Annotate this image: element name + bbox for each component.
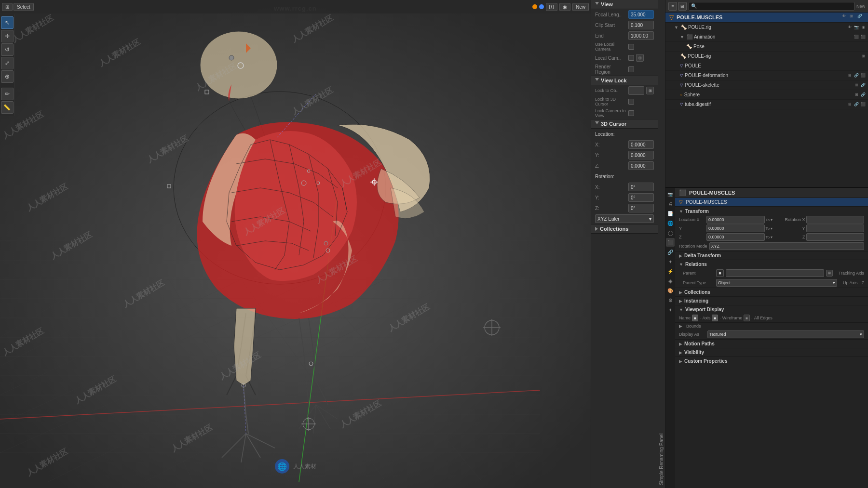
cursor-y-value[interactable]: 0.0000 [628,151,654,159]
tube-icon1[interactable]: ⊞ [847,102,853,107]
motion-paths-header[interactable]: ▶ Motion Paths [675,339,868,348]
props-icon-render[interactable]: 📷 [666,190,675,198]
props-icon-shader[interactable]: ✦ [666,305,675,314]
use-local-camera-checkbox[interactable] [628,44,634,50]
rotation-y-value[interactable] [806,224,865,232]
props-icon-material[interactable]: 🎨 [666,286,675,295]
skelette-icon1[interactable]: ⊞ [854,82,859,88]
viewport-shading2-btn[interactable]: New [572,3,589,11]
vd-axis-toggle[interactable]: ■ [712,315,718,321]
cursor-rz-value[interactable]: 0° [628,204,654,212]
location-x-value[interactable]: 0.00000 [706,216,765,224]
rotate-tool[interactable]: ↺ [1,43,14,56]
skelette-icon2[interactable]: 🔗 [860,82,866,88]
outliner-item-tube[interactable]: ▽ tube.digestif ⊞ 🔗 ⬛ [665,100,868,109]
cursor-ry-value[interactable]: 0° [628,193,654,202]
cursor-x-value[interactable]: 0.0000 [628,140,654,149]
rename-panel-tab[interactable]: Simple Renaming Panel [658,0,665,488]
rotation-x-value[interactable] [806,216,865,224]
deformation-icon1[interactable]: ⊞ [847,73,853,79]
outliner-item-animation[interactable]: ▼ ⬛ Animation ⬛ ⬛ [665,32,868,42]
outliner-item-poule-rig[interactable]: ▼ 🦴 POULE.rig 👁 📷 ◉ [665,23,868,32]
location-z-value[interactable]: 0.00000 [706,233,765,241]
lock-to-obj-picker[interactable]: ⊞ [646,87,654,94]
lock-to-obj-input[interactable] [628,86,644,95]
parent-picker[interactable]: ⊞ [826,270,833,277]
instancing-header[interactable]: ▶ Instancing [675,296,868,305]
props-icon-world[interactable]: ◯ [666,228,675,237]
view-section-header[interactable]: View [591,0,658,9]
cursor-3d-section-header[interactable]: 3D Cursor [591,119,658,129]
delta-transform-header[interactable]: ▶ Delta Transform [675,251,868,260]
object-filter-icon[interactable]: ⊞ [850,14,856,21]
props-icon-scene[interactable]: 🌐 [666,219,675,227]
display-as-value[interactable]: Textured ▾ [707,330,864,338]
move-tool[interactable]: ✛ [1,30,14,42]
poule-rig-render-icon[interactable]: ◉ [860,25,866,30]
props-icon-object[interactable]: ⬛ [666,238,675,247]
clip-start-value[interactable]: 0.100 [628,21,654,29]
local-cam-checkbox[interactable] [628,55,634,61]
rotation-z-value[interactable] [806,233,865,241]
parent-input[interactable] [726,269,824,277]
euler-dropdown[interactable]: XYZ Euler ▾ [595,214,654,223]
relations-header[interactable]: ▼ Relations [675,260,868,268]
cursor-tool[interactable]: ↖ [1,16,14,29]
outliner-item-sphere[interactable]: ○ Sphere ⊞ 🔗 [665,90,868,100]
viewport-3d[interactable]: 人人素材社区 人人素材社区 人人素材社区 人人素材社区 人人素材社区 人人素材社… [0,0,591,488]
props-icon-particles[interactable]: ✦ [666,257,675,266]
poule-rig-eye-icon[interactable]: 👁 [847,25,853,30]
collections-props-header[interactable]: ▶ Collections [675,288,868,296]
outliner-filter-btn[interactable]: ⊞ [678,2,687,11]
lock-3d-cursor-checkbox[interactable] [628,99,634,105]
visibility-header[interactable]: ▶ Visibility [675,348,868,356]
props-icon-output[interactable]: 🖨 [666,199,675,208]
parent-type-value[interactable]: Object ▾ [716,279,837,287]
viewport-shading-btn[interactable]: ◉ [559,3,570,11]
props-icon-data[interactable]: ◉ [666,277,675,285]
focal-length-value[interactable]: 35.000 [628,10,654,19]
location-y-value[interactable]: 0.00000 [706,224,765,232]
measure-tool[interactable]: 📏 [1,101,14,114]
props-icon-constraints[interactable]: 🔗 [666,248,675,256]
parent-color-swatch[interactable]: ■ [716,269,724,277]
vd-name-toggle[interactable]: ■ [692,315,698,321]
scale-tool[interactable]: ⤢ [1,57,14,69]
props-icon-modifier[interactable]: ⚙ [666,296,675,304]
deformation-icon2[interactable]: 🔗 [854,73,859,79]
outliner-item-pose[interactable]: 🦴 Pose [665,42,868,52]
outliner-search-input[interactable] [689,2,854,11]
rotation-mode-value[interactable]: XYZ [709,242,864,250]
sphere-icon2[interactable]: 🔗 [860,92,866,98]
lock-camera-checkbox[interactable] [628,110,634,116]
cursor-rx-value[interactable]: 0° [628,183,654,191]
local-cam-picker[interactable]: ⊞ [636,54,644,62]
props-icon-view[interactable]: 📑 [666,209,675,218]
cursor-z-value[interactable]: 0.0000 [628,161,654,170]
poule-rig-cam-icon[interactable]: 📷 [854,25,859,30]
animation-icon1[interactable]: ⬛ [854,34,859,40]
outliner-item-deformation[interactable]: ▽ POULE-deformation ⊞ 🔗 ⬛ [665,71,868,80]
tube-icon3[interactable]: ⬛ [860,102,866,107]
transform-header[interactable]: ▼ Transform [675,207,868,215]
view-lock-section-header[interactable]: View Lock [591,76,658,85]
viewport-menu-btn[interactable]: ⊞ [2,3,13,11]
render-region-checkbox[interactable] [628,66,634,72]
outliner-sort-btn[interactable]: ≡ [668,2,677,11]
outliner-item-skelette[interactable]: ▽ POULE-skelette ⊞ 🔗 [665,80,868,90]
deformation-icon3[interactable]: ⬛ [860,73,866,79]
outliner-new-btn[interactable]: New [856,4,865,9]
transform-tool[interactable]: ⊕ [1,70,14,83]
outliner-item-poule-rig2[interactable]: 🦴 POULE-rig ⊞ [665,52,868,61]
tube-icon2[interactable]: 🔗 [854,102,859,107]
object-visibility-icon[interactable]: 👁 [842,14,849,21]
viewport-overlay-btn[interactable]: ⚿ [546,3,557,11]
poule-rig2-icon1[interactable]: ⊞ [860,53,866,59]
animation-icon2[interactable]: ⬛ [860,34,866,40]
custom-props-header[interactable]: ▶ Custom Properties [675,356,868,365]
sphere-icon1[interactable]: ⊞ [854,92,859,98]
viewport-select-btn[interactable]: Select [14,3,34,11]
collections-section-header[interactable]: Collections [591,224,658,234]
vd-wireframe-toggle[interactable]: ■ [744,315,750,321]
object-link-icon[interactable]: 🔗 [857,14,864,21]
